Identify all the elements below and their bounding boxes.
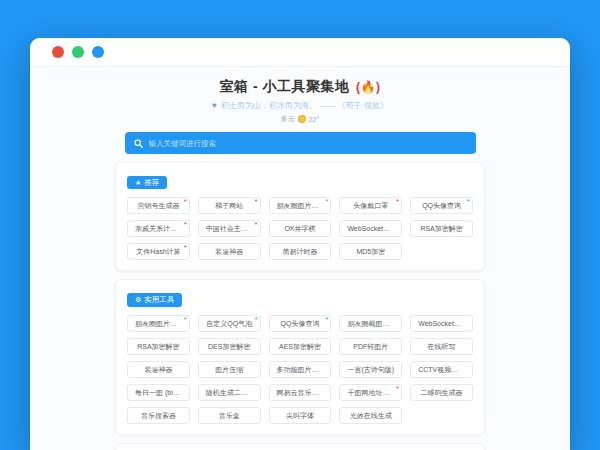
tool-button[interactable]: 音乐盒 bbox=[198, 407, 261, 424]
heart-icon: ♥ bbox=[212, 101, 217, 110]
tool-marker-red: * bbox=[254, 222, 257, 228]
tool-button[interactable]: DES加密解密 bbox=[198, 338, 261, 355]
tool-section-card: ⚙ 实用工具 朋友圈图片分割*自定义QQ气泡*QQ头像查询*朋友圈截图生成Web… bbox=[115, 279, 485, 434]
site-title-text: 室箱 - 小工具聚集地 bbox=[220, 78, 350, 94]
tool-marker-red: * bbox=[184, 222, 187, 228]
tool-button[interactable]: 图片压缩 bbox=[198, 361, 261, 378]
tool-marker-green: * bbox=[325, 199, 328, 205]
tool-marker-green: * bbox=[254, 317, 257, 323]
search-input[interactable] bbox=[149, 139, 467, 148]
section-badge-icon: ★ bbox=[135, 179, 141, 186]
tool-button[interactable]: 二维码生成器 bbox=[410, 384, 473, 401]
search-icon bbox=[134, 139, 143, 148]
tool-section-card: A 站长工具 中国社会主义核心...*文件Hash计算*Hash计算URL编码解… bbox=[115, 443, 485, 450]
tool-button[interactable]: 文件Hash计算* bbox=[127, 243, 190, 260]
tool-marker-green: * bbox=[184, 317, 187, 323]
section-badge-label: 推荐 bbox=[144, 179, 159, 187]
motto-text: 积土而为山，积水而为海。 —— 《荀子·儒效》 bbox=[221, 101, 388, 110]
tool-button[interactable]: WebSocket测试 bbox=[339, 220, 402, 237]
tool-button[interactable]: 音乐搜索器 bbox=[127, 407, 190, 424]
weather-line: 多云 22° bbox=[30, 114, 570, 124]
tool-marker-green: * bbox=[467, 199, 470, 205]
tool-button[interactable]: 朋友圈图片分割* bbox=[127, 315, 190, 332]
tool-section-card: ★ 推荐 营销号生成器*梯子网站*朋友圈图片分割*头像戴口罩*QQ头像查询*亲戚… bbox=[115, 162, 485, 271]
tool-button[interactable]: RSA加密解密 bbox=[410, 220, 473, 237]
sun-icon bbox=[298, 115, 306, 123]
section-badge: ★ 推荐 bbox=[127, 176, 167, 190]
tool-marker-green: * bbox=[325, 317, 328, 323]
tool-button[interactable]: 朋友圈图片分割* bbox=[269, 197, 332, 214]
tool-button[interactable]: 装逼神器 bbox=[198, 243, 261, 260]
tool-button[interactable]: 多功能图片处理工具 bbox=[269, 361, 332, 378]
tool-button[interactable]: 梯子网站* bbox=[198, 197, 261, 214]
weather-temp: 22° bbox=[309, 116, 320, 123]
tool-button[interactable]: WebSocket测试 bbox=[410, 315, 473, 332]
tool-button[interactable]: 简易计时器 bbox=[269, 243, 332, 260]
tool-button[interactable]: CCTV视频解析 bbox=[410, 361, 473, 378]
section-badge: ⚙ 实用工具 bbox=[127, 293, 182, 307]
tool-button[interactable]: 光效在线生成 bbox=[339, 407, 402, 424]
section-badge-icon: ⚙ bbox=[135, 296, 141, 303]
tool-button[interactable]: QQ头像查询* bbox=[410, 197, 473, 214]
tool-marker-red: * bbox=[184, 245, 187, 251]
tool-button[interactable]: 头像戴口罩* bbox=[339, 197, 402, 214]
tool-button[interactable]: 中国社会主义核心...* bbox=[198, 220, 261, 237]
tool-grid: 营销号生成器*梯子网站*朋友圈图片分割*头像戴口罩*QQ头像查询*亲戚关系计算器… bbox=[127, 197, 473, 260]
maximize-window-button[interactable] bbox=[92, 46, 104, 58]
tool-grid: 朋友圈图片分割*自定义QQ气泡*QQ头像查询*朋友圈截图生成WebSocket测… bbox=[127, 315, 473, 424]
tool-button[interactable]: 千图网地址解析* bbox=[339, 384, 402, 401]
tool-marker-red: * bbox=[396, 386, 399, 392]
search-bar[interactable] bbox=[125, 132, 476, 154]
tool-button[interactable]: RSA加密解密 bbox=[127, 338, 190, 355]
weather-label: 多云 bbox=[281, 114, 295, 124]
motto-line: ♥ 积土而为山，积水而为海。 —— 《荀子·儒效》 bbox=[30, 100, 570, 111]
browser-window: 室箱 - 小工具聚集地 (🔥) ♥ 积土而为山，积水而为海。 —— 《荀子·儒效… bbox=[30, 38, 570, 450]
hero-header: 室箱 - 小工具聚集地 (🔥) ♥ 积土而为山，积水而为海。 —— 《荀子·儒效… bbox=[30, 67, 570, 124]
tool-button[interactable]: MD5加密 bbox=[339, 243, 402, 260]
tool-button[interactable]: 朋友圈截图生成 bbox=[339, 315, 402, 332]
tool-sections: ★ 推荐 营销号生成器*梯子网站*朋友圈图片分割*头像戴口罩*QQ头像查询*亲戚… bbox=[30, 162, 570, 450]
tool-marker-red: * bbox=[396, 199, 399, 205]
minimize-window-button[interactable] bbox=[72, 46, 84, 58]
tool-button[interactable]: OX井字棋 bbox=[269, 220, 332, 237]
fire-icon: (🔥) bbox=[356, 80, 380, 94]
tool-button[interactable]: 一言(古诗句版) bbox=[339, 361, 402, 378]
window-titlebar bbox=[30, 38, 570, 67]
tool-button[interactable]: PDF转图片 bbox=[339, 338, 402, 355]
tool-button[interactable]: 每日一图 (bing) bbox=[127, 384, 190, 401]
tool-button[interactable]: QQ头像查询* bbox=[269, 315, 332, 332]
tool-button[interactable]: 营销号生成器* bbox=[127, 197, 190, 214]
page-title: 室箱 - 小工具聚集地 (🔥) bbox=[30, 78, 570, 96]
tool-button[interactable]: 网易云音乐解析 bbox=[269, 384, 332, 401]
tool-button[interactable]: 尖叫字体 bbox=[269, 407, 332, 424]
tool-button[interactable]: 亲戚关系计算器* bbox=[127, 220, 190, 237]
close-window-button[interactable] bbox=[52, 46, 64, 58]
tool-marker-red: * bbox=[254, 199, 257, 205]
tool-button[interactable]: 装逼神器 bbox=[127, 361, 190, 378]
tool-button[interactable]: 在线听写 bbox=[410, 338, 473, 355]
section-badge-label: 实用工具 bbox=[144, 296, 174, 304]
page-content: 室箱 - 小工具聚集地 (🔥) ♥ 积土而为山，积水而为海。 —— 《荀子·儒效… bbox=[30, 67, 570, 450]
tool-button[interactable]: 随机生成二次元图片 bbox=[198, 384, 261, 401]
tool-marker-red: * bbox=[184, 199, 187, 205]
tool-button[interactable]: AES加密解密 bbox=[269, 338, 332, 355]
tool-button[interactable]: 自定义QQ气泡* bbox=[198, 315, 261, 332]
